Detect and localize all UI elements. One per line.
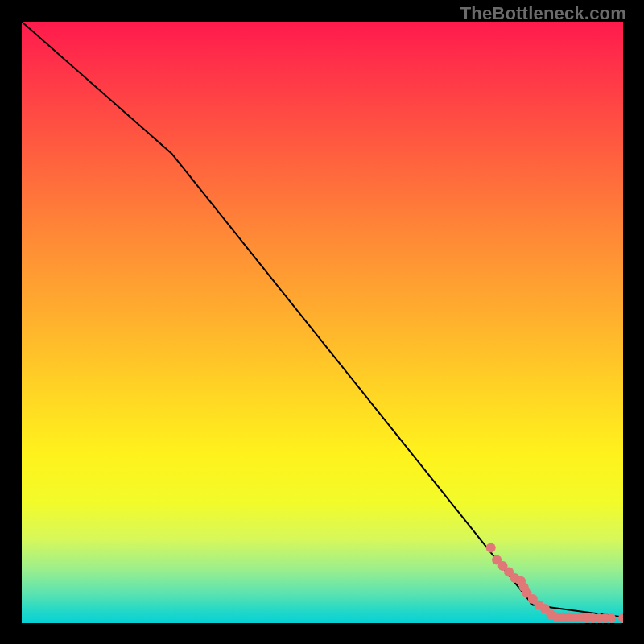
bottleneck-points-point xyxy=(522,588,532,598)
bottleneck-points-point xyxy=(516,576,526,586)
bottleneck-points-point xyxy=(570,613,580,622)
bottleneck-points-point xyxy=(601,613,610,623)
bottleneck-points-point xyxy=(552,613,562,622)
bottleneck-points-point xyxy=(534,601,543,610)
decline-curve-layer xyxy=(22,22,623,617)
bottleneck-points-point xyxy=(504,568,514,577)
bottleneck-points-point xyxy=(594,613,604,623)
bottleneck-points-point xyxy=(588,613,598,623)
bottleneck-points-point xyxy=(576,613,586,622)
bottleneck-points-point xyxy=(528,594,538,604)
bottleneck-points-point xyxy=(486,543,496,553)
plot-area xyxy=(22,22,623,623)
bottleneck-points-point xyxy=(510,573,520,583)
bottleneck-points-point xyxy=(606,613,616,623)
bottleneck-points-point xyxy=(564,613,574,622)
bottleneck-points-point xyxy=(618,613,623,623)
bottleneck-points-point xyxy=(492,555,502,565)
bottleneck-points-layer xyxy=(486,543,623,623)
chart-stage: TheBottleneck.com xyxy=(0,0,644,644)
bottleneck-points-point xyxy=(582,613,592,623)
bottleneck-points-point xyxy=(498,561,508,571)
bottleneck-points-point xyxy=(540,604,550,613)
decline-curve xyxy=(22,22,623,617)
plot-svg xyxy=(22,22,623,623)
bottleneck-points-point xyxy=(546,610,555,620)
bottleneck-points-point xyxy=(558,613,568,622)
bottleneck-points-point xyxy=(519,582,529,592)
